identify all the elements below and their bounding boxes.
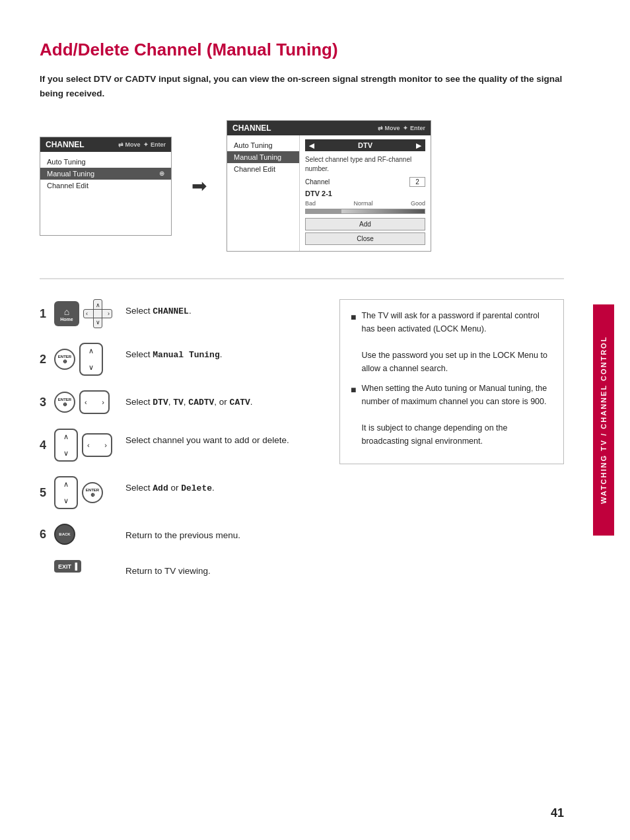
step-3-icons: 3 ENTER ⊕ ‹ › <box>40 390 125 414</box>
up-nav-2: ∧ <box>88 347 94 355</box>
step-1: 1 ⌂ Home ∧ ∨ ‹ › <box>40 299 326 328</box>
right-nav-4: › <box>104 441 107 449</box>
up-nav-4: ∧ <box>63 433 69 441</box>
exit-text: Return to TV viewing. <box>125 559 211 578</box>
note-2-text: When setting the Auto tuning or Manual t… <box>361 382 553 448</box>
dtv-label: DTV <box>358 141 372 149</box>
screen-item-edit2: Channel Edit <box>227 163 299 175</box>
step-5-bold2: Delete <box>181 483 212 493</box>
screen-item-auto: Auto Tuning <box>40 156 171 168</box>
exit-icons: 6 EXIT▐ <box>40 559 125 573</box>
up-arrow-1: ∧ <box>96 302 100 308</box>
down-nav-4: ∨ <box>63 449 69 458</box>
notes-box: ■ The TV will ask for a password if pare… <box>339 299 564 464</box>
step-3-bold1: DTV <box>153 398 168 407</box>
step-2-icons: 2 ENTER ⊕ ∧ ∨ <box>40 343 125 376</box>
back-label: BACK <box>59 532 70 536</box>
dtv-signal-label: DTV 2-1 <box>305 190 425 197</box>
up-nav-5: ∧ <box>63 480 69 489</box>
down-nav-5: ∨ <box>63 497 69 505</box>
add-btn: Add <box>305 218 425 230</box>
step-6-number: 6 <box>40 528 50 542</box>
tv-screen-left: CHANNEL ⇄ Move ✦ Enter Auto Tuning Manua… <box>40 137 172 236</box>
screen-item-manual2: Manual Tuning <box>227 151 299 163</box>
screen-header-left: CHANNEL ⇄ Move ✦ Enter <box>40 137 171 152</box>
step-1-icons: 1 ⌂ Home ∧ ∨ ‹ › <box>40 299 125 328</box>
side-tab: WATCHING TV / CHANNEL CONTROL <box>577 0 630 840</box>
step-4-text: Select channel you want to add or delete… <box>125 429 289 447</box>
step-5: 5 ∧ ∨ ENTER ⊕ Select Add or Delete. <box>40 476 326 509</box>
step-5-text: Select Add or Delete. <box>125 476 215 495</box>
dtv-selector: ◀ DTV ▶ <box>305 139 425 151</box>
step-4: 4 ∧ ∨ ‹ › Select channel you want to add… <box>40 429 326 462</box>
step-5-number: 5 <box>40 486 50 500</box>
screen-right-panel: ◀ DTV ▶ Select channel type and RF-chann… <box>300 135 431 251</box>
step-6-icons: 6 BACK <box>40 524 125 545</box>
signal-bar-labels: Bad Normal Good <box>305 200 425 207</box>
note-1: ■ The TV will ask for a password if pare… <box>351 309 553 375</box>
step-2-text: Select Manual Tuning. <box>125 343 222 362</box>
screen-wide-body: Auto Tuning Manual Tuning Channel Edit ◀… <box>227 135 431 251</box>
side-tab-label: WATCHING TV / CHANNEL CONTROL <box>600 336 608 504</box>
step-5-icons: 5 ∧ ∨ ENTER ⊕ <box>40 476 125 509</box>
home-label: Home <box>60 317 73 322</box>
step-3-bold4: CATV <box>230 398 250 407</box>
page-number: 41 <box>551 806 564 820</box>
screen-item-auto2: Auto Tuning <box>227 139 299 151</box>
side-tab-text: WATCHING TV / CHANNEL CONTROL <box>593 304 614 536</box>
note-2: ■ When setting the Auto tuning or Manual… <box>351 382 553 448</box>
updown-nav-4: ∧ ∨ <box>54 429 78 462</box>
lr-nav-3: ‹ › <box>79 390 110 414</box>
channel-value: 2 <box>409 177 425 187</box>
intro-text: If you select DTV or CADTV input signal,… <box>40 72 564 100</box>
step-3-number: 3 <box>40 396 50 409</box>
step-4-number: 4 <box>40 438 50 452</box>
arrow-right-icon: ➡ <box>192 175 207 197</box>
step-3-bold3: CADTV <box>188 398 214 407</box>
step-3: 3 ENTER ⊕ ‹ › Select DTV, TV, CADTV, or … <box>40 390 326 414</box>
step-3-bold2: TV <box>173 398 184 407</box>
exit-label: EXIT <box>58 563 71 570</box>
note-2-bullet: ■ <box>351 382 356 448</box>
step-2: 2 ENTER ⊕ ∧ ∨ Select Manual Tuning. <box>40 343 326 376</box>
page-title: Add/Delete Channel (Manual Tuning) <box>40 40 564 60</box>
close-btn: Close <box>305 232 425 245</box>
enter-button-3: ENTER ⊕ <box>54 392 75 413</box>
screen-header-right: CHANNEL ⇄ Move ✦ Enter <box>227 121 431 135</box>
step-1-bold: CHANNEL <box>153 306 189 316</box>
step-5-bold1: Add <box>153 483 168 493</box>
right-arrow-1: › <box>108 310 110 317</box>
screen-left-panel: Auto Tuning Manual Tuning Channel Edit <box>227 135 300 251</box>
back-button: BACK <box>54 524 75 545</box>
screen-title-left: CHANNEL <box>46 140 85 149</box>
channel-label: Channel <box>305 178 330 186</box>
screen-title-right: CHANNEL <box>232 123 271 133</box>
dtv-arrow-right: ▶ <box>416 142 421 149</box>
step-6: 6 BACK Return to the previous menu. <box>40 524 326 545</box>
nav-center-1 <box>93 309 102 318</box>
step-3-text: Select DTV, TV, CADTV, or CATV. <box>125 390 253 409</box>
down-arrow-1: ∨ <box>96 319 100 326</box>
nav-cross-1: ∧ ∨ ‹ › <box>83 299 112 328</box>
note-1-text: The TV will ask for a password if parent… <box>361 309 553 375</box>
steps-left: 1 ⌂ Home ∧ ∨ ‹ › <box>40 299 326 592</box>
screenshots-row: CHANNEL ⇄ Move ✦ Enter Auto Tuning Manua… <box>40 120 564 252</box>
enter-button-2: ENTER ⊕ <box>54 349 75 370</box>
signal-good: Good <box>411 200 425 207</box>
screen-body-left: Auto Tuning Manual Tuning ⊕ Channel Edit <box>40 152 171 235</box>
step-1-text: Select CHANNEL. <box>125 299 192 318</box>
left-nav-4: ‹ <box>87 441 90 449</box>
notes-column: ■ The TV will ask for a password if pare… <box>339 299 564 592</box>
left-arrow-1: ‹ <box>86 310 88 317</box>
dtv-arrow-left: ◀ <box>309 142 314 149</box>
left-nav-3: ‹ <box>85 398 87 406</box>
enter-dot-2: ⊕ <box>63 359 67 365</box>
step-2-number: 2 <box>40 353 50 367</box>
enter-dot-3: ⊕ <box>63 402 67 407</box>
screen-item-edit: Channel Edit <box>40 180 171 192</box>
signal-normal: Normal <box>353 200 372 207</box>
home-button: ⌂ Home <box>54 301 79 326</box>
steps-with-notes: 1 ⌂ Home ∧ ∨ ‹ › <box>40 299 564 592</box>
updown-nav-5: ∧ ∨ <box>54 476 78 509</box>
screen-nav-left: ⇄ Move ✦ Enter <box>118 141 166 148</box>
